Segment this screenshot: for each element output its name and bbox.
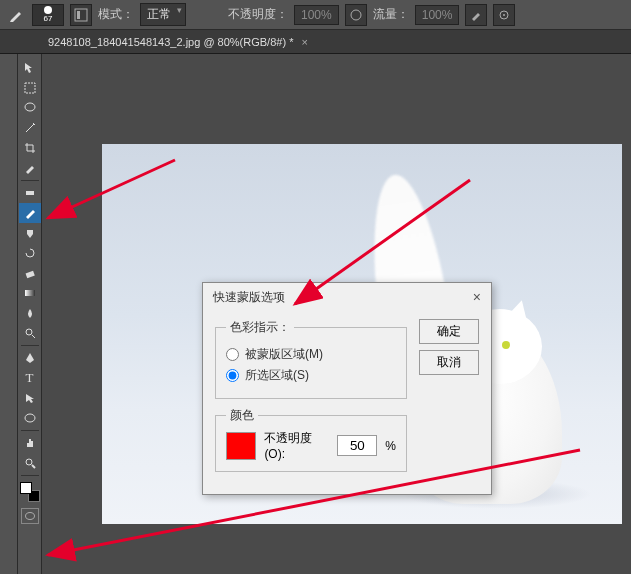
eyedropper-tool-icon[interactable] — [19, 158, 41, 178]
brush-tool-icon[interactable] — [19, 203, 41, 223]
quick-mask-options-dialog: 快速蒙版选项 × 色彩指示： 被蒙版区域(M) — [202, 282, 492, 495]
close-icon[interactable]: × — [473, 289, 481, 305]
masked-areas-radio[interactable]: 被蒙版区域(M) — [226, 346, 396, 363]
masked-areas-label: 被蒙版区域(M) — [245, 346, 323, 363]
svg-rect-5 — [25, 83, 35, 93]
selected-areas-radio-input[interactable] — [226, 369, 239, 382]
svg-rect-0 — [75, 9, 87, 21]
color-swap[interactable] — [20, 482, 40, 502]
flow-input[interactable]: 100% — [415, 5, 460, 25]
selected-areas-label: 所选区域(S) — [245, 367, 309, 384]
opacity-input[interactable] — [337, 435, 377, 456]
move-tool-icon[interactable] — [19, 58, 41, 78]
svg-point-4 — [503, 14, 505, 16]
brush-panel-toggle-icon[interactable] — [70, 4, 92, 26]
svg-line-14 — [32, 465, 35, 468]
svg-rect-1 — [77, 11, 80, 19]
mode-label: 模式： — [98, 6, 134, 23]
selected-areas-radio[interactable]: 所选区域(S) — [226, 367, 396, 384]
ok-button[interactable]: 确定 — [419, 319, 479, 344]
color-indicates-legend: 色彩指示： — [226, 319, 294, 336]
magic-wand-tool-icon[interactable] — [19, 118, 41, 138]
svg-rect-7 — [26, 191, 34, 195]
svg-point-13 — [26, 459, 32, 465]
color-legend: 颜色 — [226, 407, 258, 424]
dialog-titlebar[interactable]: 快速蒙版选项 × — [203, 283, 491, 311]
document-tab-label: 9248108_184041548143_2.jpg @ 80%(RGB/8#)… — [48, 36, 293, 48]
opacity-label: 不透明度(O): — [264, 430, 329, 461]
pen-tool-icon[interactable] — [19, 348, 41, 368]
foreground-color-swatch[interactable] — [20, 482, 32, 494]
dodge-tool-icon[interactable] — [19, 323, 41, 343]
cancel-button[interactable]: 取消 — [419, 350, 479, 375]
svg-point-10 — [26, 329, 32, 335]
options-bar: 67 模式： 正常 不透明度： 100% 流量： 100% — [0, 0, 631, 30]
close-tab-icon[interactable]: × — [301, 36, 307, 48]
pressure-size-icon[interactable] — [493, 4, 515, 26]
shape-tool-icon[interactable] — [19, 408, 41, 428]
marquee-tool-icon[interactable] — [19, 78, 41, 98]
color-group-fieldset: 颜色 不透明度(O): % — [215, 407, 407, 472]
eraser-tool-icon[interactable] — [19, 263, 41, 283]
svg-line-11 — [32, 335, 35, 338]
path-selection-tool-icon[interactable] — [19, 388, 41, 408]
document-tab[interactable]: 9248108_184041548143_2.jpg @ 80%(RGB/8#)… — [40, 32, 316, 52]
airbrush-icon[interactable] — [465, 4, 487, 26]
opacity-input[interactable]: 100% — [294, 5, 339, 25]
blur-tool-icon[interactable] — [19, 303, 41, 323]
crop-tool-icon[interactable] — [19, 138, 41, 158]
toolbox: T — [18, 54, 42, 574]
blend-mode-dropdown[interactable]: 正常 — [140, 3, 186, 26]
opacity-label: 不透明度： — [228, 6, 288, 23]
panel-collapse-strip[interactable] — [0, 54, 18, 574]
canvas-area[interactable]: 快速蒙版选项 × 色彩指示： 被蒙版区域(M) — [42, 54, 631, 574]
quick-mask-toggle-icon[interactable] — [21, 508, 39, 524]
percent-label: % — [385, 439, 396, 453]
pressure-opacity-icon[interactable] — [345, 4, 367, 26]
hand-tool-icon[interactable] — [19, 433, 41, 453]
svg-point-2 — [351, 10, 361, 20]
brush-preset-picker[interactable]: 67 — [32, 4, 64, 26]
dialog-title-text: 快速蒙版选项 — [213, 289, 285, 306]
color-indicates-group: 色彩指示： 被蒙版区域(M) 所选区域(S) — [215, 319, 407, 399]
svg-rect-9 — [25, 290, 35, 296]
svg-point-6 — [25, 103, 35, 111]
flow-label: 流量： — [373, 6, 409, 23]
zoom-tool-icon[interactable] — [19, 453, 41, 473]
svg-point-12 — [25, 414, 35, 422]
gradient-tool-icon[interactable] — [19, 283, 41, 303]
masked-areas-radio-input[interactable] — [226, 348, 239, 361]
brush-tool-icon — [6, 5, 26, 25]
history-brush-tool-icon[interactable] — [19, 243, 41, 263]
healing-brush-tool-icon[interactable] — [19, 183, 41, 203]
svg-rect-8 — [25, 271, 34, 278]
brush-size-value: 67 — [44, 14, 53, 23]
document-tab-bar: 9248108_184041548143_2.jpg @ 80%(RGB/8#)… — [0, 30, 631, 54]
lasso-tool-icon[interactable] — [19, 98, 41, 118]
mask-color-swatch[interactable] — [226, 432, 256, 460]
clone-stamp-tool-icon[interactable] — [19, 223, 41, 243]
type-tool-icon[interactable]: T — [19, 368, 41, 388]
